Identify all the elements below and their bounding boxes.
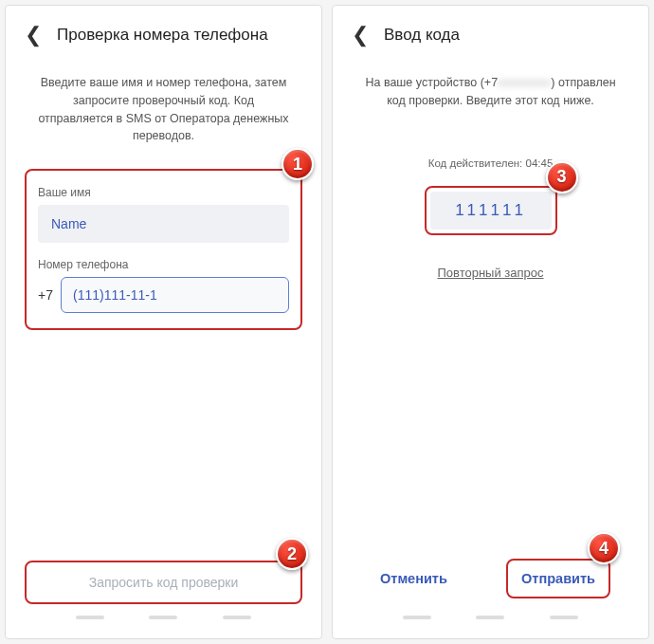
step-badge-1: 1 (282, 148, 314, 180)
phone-verify-screen: ❮ Проверка номера телефона Введите ваше … (5, 5, 322, 639)
phone-prefix: +7 (38, 287, 53, 303)
nav-bar (352, 616, 629, 619)
request-code-button[interactable]: Запросить код проверки (89, 575, 239, 590)
step-badge-3: 3 (546, 161, 578, 193)
name-input[interactable]: Name (38, 205, 289, 243)
request-button-wrap: 2 Запросить код проверки (25, 561, 302, 604)
nav-recent[interactable] (76, 616, 104, 619)
nav-bar (25, 616, 302, 619)
page-title: Ввод кода (384, 26, 460, 45)
submit-wrap: 4 Отправить (506, 559, 610, 598)
header: ❮ Проверка номера телефона (25, 25, 302, 74)
nav-back[interactable] (223, 616, 251, 619)
button-row: Отменить 4 Отправить (352, 553, 629, 604)
code-info-text: На ваше устройство (+7xxxxxxxxx) отправл… (352, 74, 629, 157)
phone-input[interactable]: (111)111-11-1 (61, 277, 289, 313)
code-input[interactable]: 111111 (430, 192, 552, 230)
back-icon[interactable]: ❮ (352, 25, 369, 46)
code-entry-screen: ❮ Ввод кода На ваше устройство (+7xxxxxx… (332, 5, 649, 639)
nav-back[interactable] (550, 616, 578, 619)
step-badge-4: 4 (588, 532, 620, 564)
back-icon[interactable]: ❮ (25, 25, 42, 46)
info-prefix: На ваше устройство (+7 (365, 76, 498, 89)
bottom-section: 2 Запросить код проверки (25, 561, 302, 619)
phone-row: +7 (111)111-11-1 (38, 277, 289, 313)
name-label: Ваше имя (38, 186, 289, 199)
code-box-wrap: 3 111111 (425, 186, 557, 235)
instruction-text: Введите ваше имя и номер телефона, затем… (25, 74, 302, 169)
form-section: 1 Ваше имя Name Номер телефона +7 (111)1… (25, 169, 302, 330)
header: ❮ Ввод кода (352, 25, 629, 74)
step-badge-2: 2 (276, 538, 308, 570)
nav-home[interactable] (476, 616, 504, 619)
bottom-section: Отменить 4 Отправить (352, 553, 629, 619)
phone-label: Номер телефона (38, 258, 289, 271)
code-valid-label: Код действителен: 04:45 (352, 157, 629, 169)
cancel-button[interactable]: Отменить (380, 571, 447, 586)
info-hidden: xxxxxxxxx (498, 76, 551, 89)
resend-link[interactable]: Повторный запрос (352, 266, 629, 280)
nav-recent[interactable] (403, 616, 431, 619)
nav-home[interactable] (149, 616, 177, 619)
page-title: Проверка номера телефона (57, 26, 268, 45)
submit-button[interactable]: Отправить (521, 571, 595, 586)
